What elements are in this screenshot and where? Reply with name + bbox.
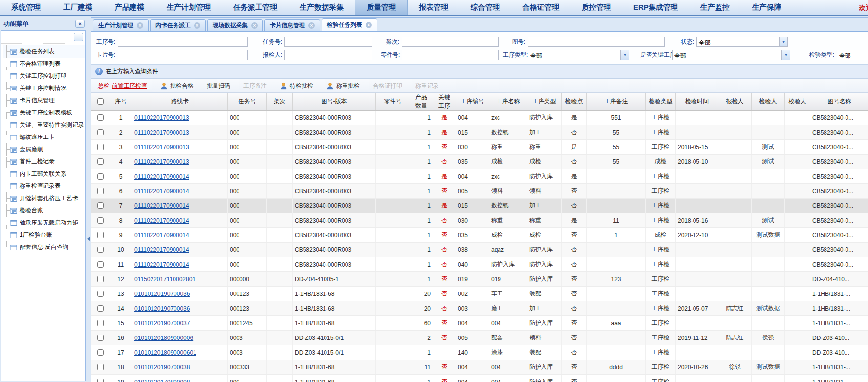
column-header-route_card[interactable]: 路线卡 [132,93,228,110]
route-card-link[interactable]: 01110220170900013 [134,144,189,151]
sidebar-item-10[interactable]: 首件三检记录 [3,156,85,168]
nav-item-11[interactable]: 质控管理 [570,0,622,15]
column-header-seq[interactable]: 序号 [109,93,132,110]
row-checkbox[interactable] [97,305,104,312]
column-header-inspector[interactable]: 检验人 [752,93,785,110]
sidebar-item-9[interactable]: 金属磨削 [3,143,85,156]
route-card-link[interactable]: 01110220170900014 [134,247,189,253]
filter-input[interactable] [284,37,372,47]
nav-item-4[interactable]: 生产计划管理 [155,0,222,15]
route-card-link[interactable]: 01110220170900014 [134,202,189,209]
route-card-link[interactable]: 01110220170900013 [134,129,189,136]
toolbar-button-3[interactable]: 批量扫码 [207,82,230,90]
nav-item-10[interactable]: 合格证管理 [511,0,570,15]
tab-close-icon[interactable] [137,22,143,29]
sidebar-item-2[interactable]: 不合格审理列表 [3,58,85,70]
sidebar-item-7[interactable]: 关键、重要特性实测记录 [3,119,85,131]
sidebar-item-11[interactable]: 内卡工部关联关系 [3,168,85,180]
tab-1[interactable]: 生产计划管理 [93,19,149,31]
row-checkbox[interactable] [97,291,104,297]
filter-input[interactable] [402,37,499,47]
toolbar-button-8[interactable]: 称重记录 [415,82,439,90]
route-card-link[interactable]: 010101201809000006 [134,335,193,341]
toolbar-button-6[interactable]: 称重批检 [326,82,360,90]
filter-input[interactable] [118,37,248,47]
sidebar-splitter[interactable] [87,17,91,382]
nav-item-1[interactable]: 系统管理 [0,0,52,15]
column-header-part_no[interactable]: 零件号 [376,93,410,110]
tab-2[interactable]: 内卡任务派工 [150,19,206,31]
nav-item-2[interactable]: 工厂建模 [52,0,104,15]
tab-close-icon[interactable] [251,22,258,29]
sidebar-item-14[interactable]: 检验台账 [3,204,85,217]
column-header-op_name[interactable]: 工序名称 [489,93,527,110]
tab-5[interactable]: 检验任务列表 [322,18,377,31]
column-header-insp_time[interactable]: 检验时间 [676,93,718,110]
sidebar-item-13[interactable]: 开缝衬套孔挤压工艺卡 [3,192,85,204]
row-checkbox[interactable] [97,379,104,382]
route-card-link[interactable]: 01010120190700037 [134,320,190,327]
route-card-link[interactable]: 01110220170900014 [134,232,189,239]
row-checkbox[interactable] [97,114,104,121]
sidebar-item-1[interactable]: 检验任务列表 [3,45,85,58]
column-header-insp_point[interactable]: 检验点 [562,93,587,110]
nav-item-8[interactable]: 报表管理 [408,0,459,15]
splitter-collapse-icon[interactable] [87,236,90,241]
row-checkbox[interactable] [97,129,104,135]
row-checkbox[interactable] [97,261,104,268]
sidebar-item-15[interactable]: 轴承压装无载启动力矩 [3,217,85,229]
row-checkbox[interactable] [97,232,104,238]
route-card-link[interactable]: 01110220170900014 [134,173,189,180]
row-checkbox[interactable] [97,217,104,224]
row-checkbox[interactable] [97,276,104,282]
row-checkbox[interactable] [97,158,104,165]
sidebar-item-5[interactable]: 卡片信息管理 [3,94,85,107]
toolbar-button-2[interactable]: 批检合格 [160,82,194,90]
sidebar-collapse-icon[interactable] [75,20,85,28]
column-header-reporter[interactable]: 报检人 [718,93,752,110]
row-checkbox[interactable] [97,320,104,326]
column-header-qty[interactable]: 产品 数量 [410,93,433,110]
sidebar-item-16[interactable]: 1厂检验台账 [3,229,85,241]
route-card-link[interactable]: 01110220170900014 [134,188,189,195]
tab-3[interactable]: 现场数据采集 [207,19,263,31]
route-card-link[interactable]: 01010120190700036 [134,291,190,297]
sidebar-item-8[interactable]: 螺纹滚压工卡 [3,131,85,143]
column-header-op_no[interactable]: 工序编号 [456,93,489,110]
row-checkbox[interactable] [97,349,104,356]
nav-item-13[interactable]: 生产监控 [689,0,741,15]
filter-select[interactable]: 全部 [696,37,788,47]
nav-item-9[interactable]: 综合管理 [459,0,511,15]
row-checkbox[interactable] [97,188,104,194]
filter-select[interactable]: 全部 [837,50,868,60]
nav-item-5[interactable]: 任务派工管理 [222,0,288,15]
filter-input[interactable] [402,50,499,60]
route-card-link[interactable]: 01110220170900013 [134,158,189,165]
sidebar-item-6[interactable]: 关键工序控制表模板 [3,107,85,119]
column-header-drawing_ver[interactable]: 图号-版本 [293,93,376,110]
filter-select[interactable]: 全部 [672,50,790,60]
nav-item-3[interactable]: 产品建模 [104,0,155,15]
row-checkbox[interactable] [97,335,104,341]
row-checkbox[interactable] [97,144,104,150]
filter-input[interactable] [284,50,372,60]
tab-close-icon[interactable] [194,22,200,29]
nav-item-12[interactable]: ERP集成管理 [622,0,689,15]
tab-close-icon[interactable] [366,22,372,28]
toolbar-button-4[interactable]: 工序备注 [243,82,267,90]
row-checkbox[interactable] [97,202,104,209]
sidebar-item-3[interactable]: 关键工序控制打印 [3,70,85,82]
column-header-op_type[interactable]: 工序类型 [527,93,562,110]
route-card-link[interactable]: 01110220170900014 [134,261,189,268]
filter-input[interactable] [528,37,665,47]
sidebar-item-4[interactable]: 关键工序控制情况 [3,82,85,94]
column-header-sortie[interactable]: 架次 [267,93,293,110]
row-checkbox[interactable] [97,173,104,180]
sidebar-item-17[interactable]: 配套信息-反向查询 [3,241,85,253]
filter-select[interactable]: 全部 [528,50,629,60]
column-header-verifier[interactable]: 校验人 [785,93,810,110]
route-card-link[interactable]: 01010120190700038 [134,364,190,371]
toolbar-button-1[interactable]: 总检前置工序检查 [98,82,147,90]
route-card-link[interactable]: 01110220170900014 [134,217,189,224]
sidebar-item-12[interactable]: 称重检查记录表 [3,180,85,192]
